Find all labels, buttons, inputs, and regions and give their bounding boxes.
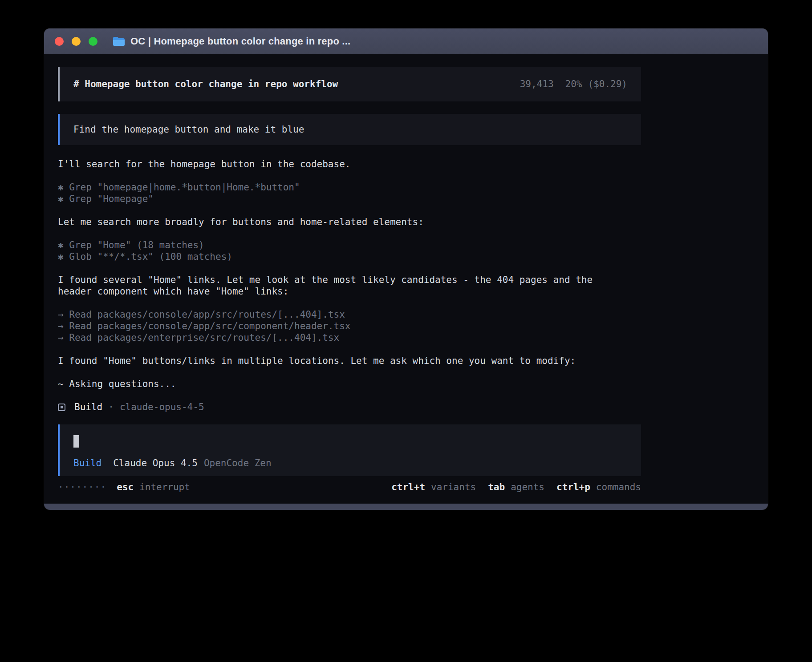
hint-label: variants [431,481,476,493]
session-header: # Homepage button color change in repo w… [58,67,641,101]
hint-key: ctrl+t [391,481,425,493]
session-cost: ($0.29) [588,79,627,89]
token-count: 39,413 [520,79,554,89]
hint-key: ctrl+p [556,481,590,493]
hint-commands[interactable]: ctrl+p commands [556,481,641,493]
user-message-text: Find the homepage button and make it blu… [73,124,627,135]
status-asking-questions: ~ Asking questions... [58,378,610,390]
user-message-block: Find the homepage button and make it blu… [58,114,641,145]
hint-agents[interactable]: tab agents [488,481,544,493]
input-agent-mode[interactable]: Build [73,457,102,469]
assistant-text: I found several "Home" links. Let me loo… [58,274,610,297]
tool-call-grep[interactable]: ✱ Grep "Home" (18 matches) [58,239,610,251]
close-window-button[interactable] [55,37,64,46]
context-percent: 20% [565,79,582,89]
session-title: # Homepage button color change in repo w… [73,79,338,89]
input-meta-row: Build Claude Opus 4.5 OpenCode Zen [73,457,627,469]
agent-separator: · [108,401,114,413]
hint-variants[interactable]: ctrl+t variants [391,481,476,493]
tool-call-glob[interactable]: ✱ Glob "**/*.tsx" (100 matches) [58,251,610,262]
minimize-window-button[interactable] [72,37,81,46]
hint-label: interrupt [139,481,190,493]
hint-label: agents [511,481,544,493]
tool-call-read[interactable]: → Read packages/enterprise/src/routes/[.… [58,332,610,343]
terminal-window: OC | Homepage button color change in rep… [44,28,768,510]
tool-call-grep[interactable]: ✱ Grep "homepage|home.*button|Home.*butt… [58,182,610,193]
spinner-dots: ········ [58,481,106,493]
zoom-window-button[interactable] [89,37,97,46]
hint-key: tab [488,481,505,493]
hint-interrupt[interactable]: esc interrupt [117,481,190,493]
folder-icon [113,36,125,46]
assistant-text: I'll search for the homepage button in t… [58,158,610,170]
status-bar: ········ esc interrupt ctrl+t variants t… [58,481,641,493]
tool-call-read[interactable]: → Read packages/console/app/src/routes/[… [58,309,610,320]
window-titlebar[interactable]: OC | Homepage button color change in rep… [44,28,768,54]
input-provider[interactable]: OpenCode Zen [204,457,272,469]
input-model[interactable]: Claude Opus 4.5 [113,457,198,469]
agent-icon [58,404,65,411]
text-cursor [73,435,79,448]
tool-call-read[interactable]: → Read packages/console/app/src/componen… [58,320,610,332]
agent-part-header: Build · claude-opus-4-5 [58,401,641,413]
terminal-content: # Homepage button color change in repo w… [44,54,768,504]
assistant-text: I found "Home" buttons/links in multiple… [58,355,610,367]
prompt-input[interactable]: Build Claude Opus 4.5 OpenCode Zen [58,424,641,476]
agent-model: claude-opus-4-5 [120,401,204,413]
hint-key: esc [117,481,134,493]
session-stats: 39,413 20% ($0.29) [520,79,627,89]
window-title: OC | Homepage button color change in rep… [130,36,350,47]
assistant-transcript: I'll search for the homepage button in t… [58,158,641,390]
agent-name: Build [74,401,102,413]
hint-label: commands [596,481,641,493]
assistant-text: Let me search more broadly for buttons a… [58,216,610,228]
tool-call-grep[interactable]: ✱ Grep "Homepage" [58,193,610,205]
traffic-lights [55,37,97,46]
